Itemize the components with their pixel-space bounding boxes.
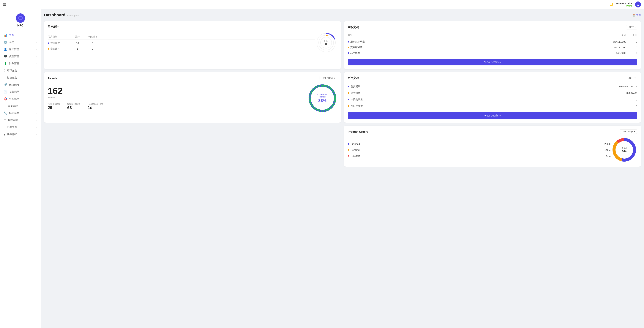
nav-label-agent-mgmt: 代理管理 (9, 55, 19, 58)
sidebar-item-wallet-mgmt[interactable]: ○ 钱包管理 ‹ (0, 124, 41, 131)
header-right: 🌙 Administrator ● Online ⏻ (610, 2, 641, 8)
opt-dot-2 (348, 52, 349, 54)
donut-value: 10 (324, 42, 328, 46)
options-chevron-icon: ▾ (634, 26, 636, 28)
orders-list: Finished 23043 Pending 14658 (348, 141, 611, 159)
currency-label: USDT (628, 77, 634, 80)
nav-chevron-articles: ‹ (36, 91, 37, 93)
sidebar-item-home[interactable]: 📊 主页 (0, 32, 41, 39)
product-orders-filter[interactable]: Last 7 Days ▾ (620, 129, 637, 134)
power-button[interactable]: ⏻ (635, 2, 641, 8)
sidebar-item-mining[interactable]: ¥ 质押挖矿 ‹ (0, 131, 41, 138)
currency-trading-card: 币币交易 USDT ▾ 总交易量 4020344.145105 (344, 72, 641, 123)
product-orders-title: Product Orders (348, 130, 368, 133)
opt-col-today: 今日 (626, 34, 637, 37)
sidebar-item-subscription[interactable]: 🎯 申购管理 ‹ (0, 96, 41, 102)
breadcrumb[interactable]: 🏠 主页 (632, 14, 641, 17)
tickets-circle-chart: Completed Tickets 83% (308, 83, 337, 113)
power-icon: ⏻ (637, 3, 639, 6)
logo-circle (16, 14, 25, 23)
sidebar-item-currency-trade[interactable]: ₿ 币币交易 ‹ (0, 67, 41, 74)
circle-center: Completed Tickets 83% (315, 93, 330, 103)
nav-label-perpetual: 永续合约 (9, 83, 19, 86)
completed-label: Completed Tickets (315, 93, 330, 98)
order-row-2: Rejected 4758 (348, 153, 611, 159)
currency-select[interactable]: USDT ▾ (626, 76, 637, 80)
nav-chevron-subscription: ‹ (36, 98, 37, 100)
opt-today-0: 0 (626, 40, 637, 43)
col-today: 今日新增 (85, 35, 100, 38)
nav-icon-agent-mgmt: 🖥️ (4, 55, 7, 58)
open-tickets-label: Open Tickets (67, 103, 80, 105)
admin-name: Administrator (616, 2, 632, 5)
opt-total-0: 32411.0000 (487, 40, 626, 43)
response-time-label: Response Time (88, 103, 103, 105)
user-stats-title: 用户统计 (48, 25, 59, 28)
sidebar-item-agent-mgmt[interactable]: 🖥️ 代理管理 ‹ (0, 53, 41, 60)
tickets-left: 162 Tickets New Tickets 29 Open Tickets … (48, 86, 304, 110)
sidebar-item-perpetual[interactable]: 🔗 永续合约 ‹ (0, 81, 41, 88)
order-value-2: 4758 (606, 154, 611, 157)
nav-icon-config-mgmt: 🔧 (4, 112, 7, 115)
product-orders-content: Finished 23043 Pending 14658 (348, 137, 637, 163)
options-view-details-button[interactable]: View Details » (348, 59, 637, 66)
nav-icon-home-mgmt: ☰ (4, 104, 6, 108)
options-currency-select[interactable]: USDT ▾ (626, 25, 637, 30)
donut-label: Total (324, 40, 328, 42)
options-col-headers: 类型 总计 今日 (348, 32, 637, 38)
type-verified: 实名用户 (50, 47, 60, 50)
nav-icon-system: ⚙️ (4, 41, 7, 44)
sidebar-item-system[interactable]: ⚙️ 系统 ‹ (0, 39, 41, 46)
product-orders-header: Product Orders Last 7 Days ▾ (348, 129, 637, 134)
order-dot-0 (348, 143, 349, 144)
opt-total-1: -1471.0000 (487, 46, 626, 49)
nav-label-home-mgmt: 首页管理 (8, 104, 18, 108)
home-icon: 🏠 (632, 14, 636, 16)
col-type: 用户类型 (48, 35, 70, 38)
sidebar-item-home-mgmt[interactable]: ☰ 首页管理 ‹ (0, 102, 41, 110)
nav-chevron-mining: ‹ (36, 134, 37, 136)
tickets-label: Tickets (48, 96, 304, 99)
col-total: 累计 (70, 35, 85, 38)
nav-chevron-agent-mgmt: ‹ (36, 56, 37, 58)
nav-chevron-currency-trade: ‹ (36, 70, 37, 72)
header-left: ☰ (3, 2, 6, 6)
nav-icon-subscription: 🎯 (4, 97, 7, 101)
nav-label-risk-mgmt: 风控管理 (8, 118, 18, 122)
currency-row-3: 今日手续费 0 (348, 103, 637, 109)
sidebar-item-finance-mgmt[interactable]: 💲 财务管理 ‹ (0, 60, 41, 67)
response-time-stat: Response Time 1d (88, 103, 103, 110)
order-row-1: Pending 14658 (348, 147, 611, 153)
tickets-big-number: 162 (48, 86, 304, 96)
sidebar-item-options-trade[interactable]: ₿ 期权交易 ‹ (0, 74, 41, 81)
order-label-0: Finished (351, 142, 360, 145)
tickets-card: Tickets Last 7 Days ▾ 162 Tickets New Ti… (44, 72, 341, 123)
nav-label-home: 主页 (9, 34, 14, 37)
tickets-title: Tickets (48, 76, 57, 80)
moon-icon[interactable]: 🌙 (610, 2, 613, 6)
product-donut-label: Total (622, 147, 626, 150)
nav-icon-user-mgmt: 👤 (4, 48, 7, 51)
dot-verified (48, 48, 49, 50)
opt-type-2: 总手续费 (350, 51, 360, 54)
user-stats-card: 用户统计 用户类型 累计 今日新增 注册用户 (44, 21, 341, 69)
options-row-1: 交割结果统计 -1471.0000 0 (348, 44, 637, 50)
options-header: 期权交易 USDT ▾ (348, 25, 637, 30)
options-trading-card: 期权交易 USDT ▾ 类型 总计 今日 用户总下 (344, 21, 641, 69)
breadcrumb-label: 主页 (636, 14, 641, 17)
sidebar-item-risk-mgmt[interactable]: ☰ 风控管理 ‹ (0, 117, 41, 124)
user-donut-chart: Total 10 (315, 32, 337, 54)
opt-type-0: 用户总下单量 (350, 40, 365, 44)
new-tickets-label: New Tickets (48, 103, 60, 105)
sidebar-item-config-mgmt[interactable]: 🔧 配置管理 ‹ (0, 110, 41, 117)
tickets-stats: New Tickets 29 Open Tickets 63 Response … (48, 103, 304, 110)
opt-dot-0 (348, 41, 349, 42)
sidebar-item-articles[interactable]: 📄 文章管理 ‹ (0, 88, 41, 96)
today-registered: 0 (85, 42, 100, 44)
opt-today-1: 0 (626, 46, 637, 49)
currency-view-details-button[interactable]: View Details » (348, 112, 637, 119)
tickets-filter-select[interactable]: Last 7 Days ▾ (320, 76, 337, 80)
order-label-1: Pending (351, 148, 360, 151)
hamburger-icon[interactable]: ☰ (3, 2, 6, 6)
sidebar-item-user-mgmt[interactable]: 👤 用户管理 ‹ (0, 46, 41, 53)
